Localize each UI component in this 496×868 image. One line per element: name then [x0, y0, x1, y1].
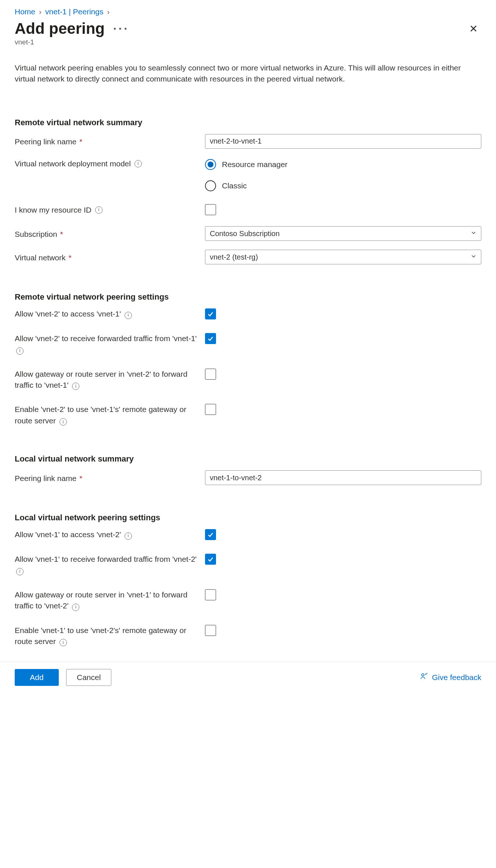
radio-label-classic: Classic — [222, 181, 247, 190]
chevron-right-icon: › — [107, 7, 109, 16]
page-title: Add peering — [15, 20, 105, 37]
label-remote-enable-gateway: Enable 'vnet-2' to use 'vnet-1's' remote… — [15, 404, 205, 426]
input-peering-link-name-local[interactable] — [205, 470, 481, 485]
checkbox-local-enable-gateway[interactable] — [205, 625, 216, 636]
info-icon[interactable]: i — [60, 418, 67, 426]
radio-resource-manager[interactable]: Resource manager — [205, 159, 481, 170]
label-local-allow-forwarded: Allow 'vnet-1' to receive forwarded traf… — [15, 554, 205, 576]
label-peering-link-name-local: Peering link name* — [15, 472, 205, 484]
breadcrumb-home[interactable]: Home — [15, 7, 35, 16]
info-icon[interactable]: i — [72, 604, 79, 611]
label-remote-allow-gateway: Allow gateway or route server in 'vnet-2… — [15, 369, 205, 391]
info-icon[interactable]: i — [125, 532, 132, 540]
info-icon[interactable]: i — [16, 568, 24, 575]
section-remote-settings: Remote virtual network peering settings — [15, 292, 481, 302]
radio-classic[interactable]: Classic — [205, 180, 481, 191]
label-local-allow-access: Allow 'vnet-1' to access 'vnet-2' i — [15, 529, 205, 540]
section-local-summary: Local virtual network summary — [15, 454, 481, 464]
section-local-settings: Local virtual network peering settings — [15, 513, 481, 522]
checkbox-remote-allow-access[interactable] — [205, 308, 216, 319]
close-icon[interactable]: ✕ — [466, 21, 481, 37]
section-remote-summary: Remote virtual network summary — [15, 118, 481, 127]
breadcrumb: Home › vnet-1 | Peerings › — [15, 7, 481, 16]
radio-label-resource-manager: Resource manager — [222, 160, 288, 169]
radio-icon — [205, 159, 216, 170]
checkbox-local-allow-forwarded[interactable] — [205, 554, 216, 565]
info-icon[interactable]: i — [16, 347, 24, 355]
label-virtual-network: Virtual network* — [15, 252, 205, 263]
label-peering-link-name-remote: Peering link name* — [15, 135, 205, 147]
info-icon[interactable]: i — [72, 383, 79, 390]
checkbox-local-allow-gateway[interactable] — [205, 589, 216, 600]
label-remote-allow-access: Allow 'vnet-2' to access 'vnet-1' i — [15, 308, 205, 319]
info-icon[interactable]: i — [134, 160, 142, 167]
chevron-right-icon: › — [39, 7, 42, 16]
page-subtitle: vnet-1 — [15, 38, 481, 46]
radio-icon — [205, 180, 216, 191]
checkbox-remote-allow-gateway[interactable] — [205, 369, 216, 380]
page-description: Virtual network peering enables you to s… — [15, 62, 481, 85]
label-local-enable-gateway: Enable 'vnet-1' to use 'vnet-2's' remote… — [15, 625, 205, 647]
info-icon[interactable]: i — [125, 312, 132, 319]
more-icon[interactable]: • • • — [114, 25, 127, 33]
info-icon[interactable]: i — [95, 206, 103, 214]
label-local-allow-gateway: Allow gateway or route server in 'vnet-1… — [15, 589, 205, 612]
label-know-resource-id: I know my resource ID i — [15, 204, 205, 215]
select-virtual-network[interactable]: vnet-2 (test-rg) — [205, 250, 481, 264]
checkbox-know-resource-id[interactable] — [205, 204, 216, 215]
footer-bar: Add Cancel Give feedback — [0, 662, 496, 692]
checkbox-local-allow-access[interactable] — [205, 529, 216, 540]
give-feedback-link[interactable]: Give feedback — [420, 672, 481, 683]
checkbox-remote-enable-gateway[interactable] — [205, 404, 216, 415]
add-button[interactable]: Add — [15, 669, 59, 686]
select-subscription[interactable]: Contoso Subscription — [205, 226, 481, 241]
checkbox-remote-allow-forwarded[interactable] — [205, 333, 216, 344]
label-remote-allow-forwarded: Allow 'vnet-2' to receive forwarded traf… — [15, 333, 205, 355]
feedback-icon — [420, 672, 428, 683]
label-deployment-model: Virtual network deployment model i — [15, 158, 205, 169]
cancel-button[interactable]: Cancel — [66, 669, 111, 686]
label-subscription: Subscription* — [15, 228, 205, 239]
input-peering-link-name-remote[interactable] — [205, 134, 481, 149]
info-icon[interactable]: i — [60, 639, 67, 646]
breadcrumb-peerings[interactable]: vnet-1 | Peerings — [45, 7, 103, 16]
svg-point-0 — [422, 674, 424, 676]
